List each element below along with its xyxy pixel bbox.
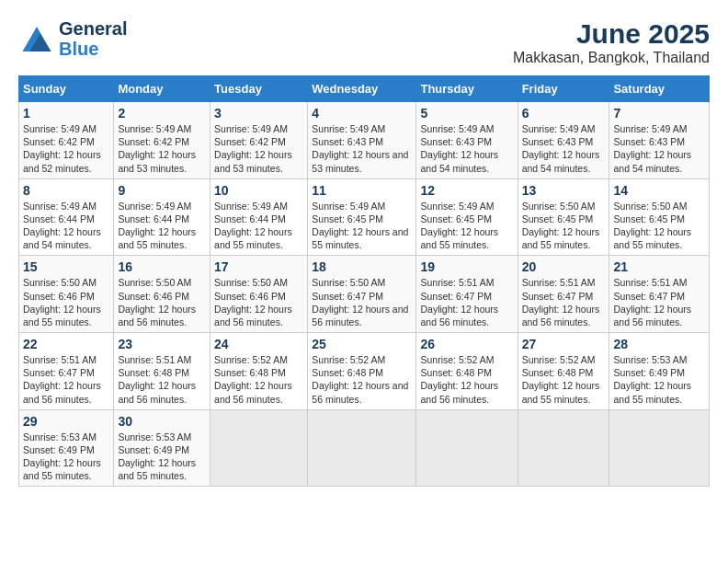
table-row: 12Sunrise: 5:49 AMSunset: 6:45 PMDayligh…	[416, 178, 518, 256]
day-info: Sunrise: 5:49 AMSunset: 6:43 PMDaylight:…	[420, 122, 513, 175]
day-number: 23	[118, 337, 206, 351]
col-friday: Friday	[518, 76, 609, 102]
table-row: 9Sunrise: 5:49 AMSunset: 6:44 PMDaylight…	[114, 178, 210, 256]
day-info: Sunrise: 5:49 AMSunset: 6:43 PMDaylight:…	[312, 122, 412, 175]
table-row	[210, 409, 308, 487]
logo-icon	[18, 23, 55, 55]
day-number: 1	[23, 106, 109, 121]
table-row: 18Sunrise: 5:50 AMSunset: 6:47 PMDayligh…	[308, 256, 416, 333]
day-info: Sunrise: 5:49 AMSunset: 6:45 PMDaylight:…	[312, 200, 412, 252]
day-info: Sunrise: 5:53 AMSunset: 6:49 PMDaylight:…	[118, 431, 206, 483]
logo-general: General	[59, 18, 127, 39]
day-number: 22	[23, 337, 109, 351]
day-number: 10	[214, 183, 303, 198]
table-row: 16Sunrise: 5:50 AMSunset: 6:46 PMDayligh…	[114, 256, 210, 333]
calendar-header: Sunday Monday Tuesday Wednesday Thursday…	[19, 76, 710, 102]
day-info: Sunrise: 5:50 AMSunset: 6:45 PMDaylight:…	[522, 200, 606, 252]
day-number: 18	[312, 259, 412, 274]
logo-blue: Blue	[59, 39, 127, 59]
day-info: Sunrise: 5:52 AMSunset: 6:48 PMDaylight:…	[522, 353, 606, 406]
table-row: 2Sunrise: 5:49 AMSunset: 6:42 PMDaylight…	[114, 102, 210, 179]
calendar-week-row: 8Sunrise: 5:49 AMSunset: 6:44 PMDaylight…	[19, 178, 710, 256]
calendar-week-row: 1Sunrise: 5:49 AMSunset: 6:42 PMDaylight…	[19, 102, 710, 179]
day-number: 5	[420, 106, 513, 121]
table-row: 13Sunrise: 5:50 AMSunset: 6:45 PMDayligh…	[518, 178, 609, 256]
header-row: Sunday Monday Tuesday Wednesday Thursday…	[19, 76, 710, 102]
table-row: 29Sunrise: 5:53 AMSunset: 6:49 PMDayligh…	[19, 409, 114, 487]
day-info: Sunrise: 5:50 AMSunset: 6:46 PMDaylight:…	[214, 276, 303, 328]
table-row	[308, 409, 416, 487]
calendar-week-row: 22Sunrise: 5:51 AMSunset: 6:47 PMDayligh…	[19, 333, 710, 410]
col-monday: Monday	[114, 76, 210, 102]
day-number: 24	[214, 337, 303, 351]
table-row	[609, 409, 710, 487]
table-row: 21Sunrise: 5:51 AMSunset: 6:47 PMDayligh…	[609, 256, 710, 333]
table-row	[518, 409, 609, 487]
table-row: 20Sunrise: 5:51 AMSunset: 6:47 PMDayligh…	[518, 256, 609, 333]
table-row: 19Sunrise: 5:51 AMSunset: 6:47 PMDayligh…	[416, 256, 518, 333]
table-row: 1Sunrise: 5:49 AMSunset: 6:42 PMDaylight…	[19, 102, 114, 179]
day-info: Sunrise: 5:50 AMSunset: 6:47 PMDaylight:…	[312, 276, 412, 328]
table-row: 10Sunrise: 5:49 AMSunset: 6:44 PMDayligh…	[210, 178, 308, 256]
calendar-body: 1Sunrise: 5:49 AMSunset: 6:42 PMDaylight…	[19, 102, 710, 487]
calendar-table: Sunday Monday Tuesday Wednesday Thursday…	[18, 75, 710, 487]
table-row	[416, 409, 518, 487]
table-row: 3Sunrise: 5:49 AMSunset: 6:42 PMDaylight…	[210, 102, 308, 179]
day-info: Sunrise: 5:53 AMSunset: 6:49 PMDaylight:…	[613, 353, 705, 406]
day-number: 6	[522, 106, 606, 121]
day-number: 20	[522, 259, 606, 274]
day-number: 7	[613, 106, 705, 121]
day-info: Sunrise: 5:50 AMSunset: 6:46 PMDaylight:…	[118, 276, 206, 328]
table-row: 4Sunrise: 5:49 AMSunset: 6:43 PMDaylight…	[308, 102, 416, 179]
table-row: 5Sunrise: 5:49 AMSunset: 6:43 PMDaylight…	[416, 102, 518, 179]
day-number: 17	[214, 259, 303, 274]
calendar-week-row: 15Sunrise: 5:50 AMSunset: 6:46 PMDayligh…	[19, 256, 710, 333]
day-info: Sunrise: 5:49 AMSunset: 6:42 PMDaylight:…	[118, 122, 206, 175]
table-row: 28Sunrise: 5:53 AMSunset: 6:49 PMDayligh…	[609, 333, 710, 410]
table-row: 7Sunrise: 5:49 AMSunset: 6:43 PMDaylight…	[609, 102, 710, 179]
table-row: 26Sunrise: 5:52 AMSunset: 6:48 PMDayligh…	[416, 333, 518, 410]
day-number: 3	[214, 106, 303, 121]
calendar-title: June 2025	[513, 18, 710, 50]
day-number: 28	[613, 337, 705, 351]
day-number: 12	[420, 183, 513, 198]
table-row: 15Sunrise: 5:50 AMSunset: 6:46 PMDayligh…	[19, 256, 114, 333]
day-info: Sunrise: 5:49 AMSunset: 6:42 PMDaylight:…	[23, 122, 109, 175]
day-info: Sunrise: 5:52 AMSunset: 6:48 PMDaylight:…	[312, 353, 412, 406]
day-info: Sunrise: 5:51 AMSunset: 6:47 PMDaylight:…	[613, 276, 705, 328]
col-thursday: Thursday	[416, 76, 518, 102]
day-info: Sunrise: 5:50 AMSunset: 6:45 PMDaylight:…	[613, 200, 705, 252]
day-number: 13	[522, 183, 606, 198]
calendar-subtitle: Makkasan, Bangkok, Thailand	[513, 50, 710, 66]
day-number: 14	[613, 183, 705, 198]
table-row: 27Sunrise: 5:52 AMSunset: 6:48 PMDayligh…	[518, 333, 609, 410]
col-wednesday: Wednesday	[308, 76, 416, 102]
table-row: 30Sunrise: 5:53 AMSunset: 6:49 PMDayligh…	[114, 409, 210, 487]
day-number: 8	[23, 183, 109, 198]
day-number: 21	[613, 259, 705, 274]
table-row: 8Sunrise: 5:49 AMSunset: 6:44 PMDaylight…	[19, 178, 114, 256]
day-info: Sunrise: 5:51 AMSunset: 6:48 PMDaylight:…	[118, 353, 206, 406]
table-row: 17Sunrise: 5:50 AMSunset: 6:46 PMDayligh…	[210, 256, 308, 333]
day-info: Sunrise: 5:52 AMSunset: 6:48 PMDaylight:…	[420, 353, 513, 406]
page-header: General Blue June 2025 Makkasan, Bangkok…	[18, 18, 710, 66]
day-number: 29	[23, 414, 109, 429]
table-row: 14Sunrise: 5:50 AMSunset: 6:45 PMDayligh…	[609, 178, 710, 256]
day-info: Sunrise: 5:52 AMSunset: 6:48 PMDaylight:…	[214, 353, 303, 406]
day-info: Sunrise: 5:49 AMSunset: 6:44 PMDaylight:…	[23, 200, 109, 252]
col-saturday: Saturday	[609, 76, 710, 102]
day-info: Sunrise: 5:49 AMSunset: 6:43 PMDaylight:…	[522, 122, 606, 175]
table-row: 6Sunrise: 5:49 AMSunset: 6:43 PMDaylight…	[518, 102, 609, 179]
day-info: Sunrise: 5:51 AMSunset: 6:47 PMDaylight:…	[522, 276, 606, 328]
day-info: Sunrise: 5:51 AMSunset: 6:47 PMDaylight:…	[420, 276, 513, 328]
table-row: 22Sunrise: 5:51 AMSunset: 6:47 PMDayligh…	[19, 333, 114, 410]
day-info: Sunrise: 5:49 AMSunset: 6:45 PMDaylight:…	[420, 200, 513, 252]
day-number: 15	[23, 259, 109, 274]
day-info: Sunrise: 5:51 AMSunset: 6:47 PMDaylight:…	[23, 353, 109, 406]
logo: General Blue	[18, 18, 127, 59]
day-info: Sunrise: 5:50 AMSunset: 6:46 PMDaylight:…	[23, 276, 109, 328]
title-block: June 2025 Makkasan, Bangkok, Thailand	[513, 18, 710, 66]
day-info: Sunrise: 5:49 AMSunset: 6:44 PMDaylight:…	[214, 200, 303, 252]
table-row: 11Sunrise: 5:49 AMSunset: 6:45 PMDayligh…	[308, 178, 416, 256]
day-number: 2	[118, 106, 206, 121]
